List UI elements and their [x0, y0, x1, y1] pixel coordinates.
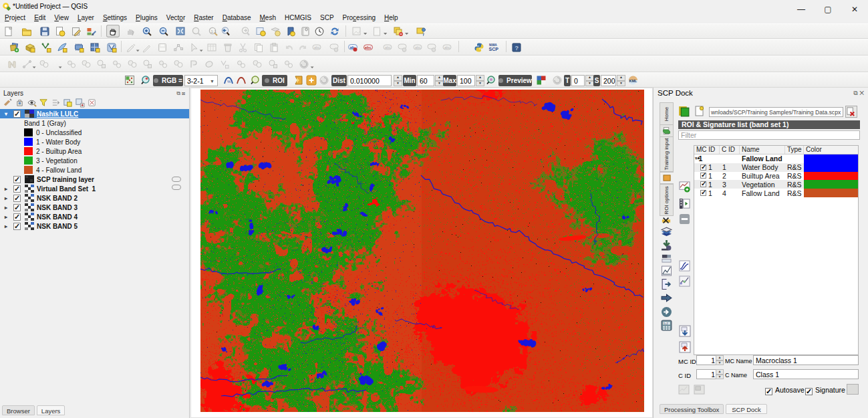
svg-text:abc: abc: [365, 45, 372, 49]
svg-text:KML: KML: [629, 79, 638, 83]
svg-text:abc: abc: [444, 45, 450, 49]
svg-text:abc: abc: [385, 45, 391, 49]
svg-text:1+2: 1+2: [664, 322, 669, 325]
svg-text:%: %: [227, 80, 231, 84]
svg-text:?: ?: [515, 45, 519, 51]
svg-text:SCP: SCP: [489, 47, 499, 51]
svg-text:abc: abc: [415, 45, 421, 49]
svg-text:1:1: 1:1: [210, 29, 216, 33]
svg-text:abc: abc: [314, 45, 320, 49]
